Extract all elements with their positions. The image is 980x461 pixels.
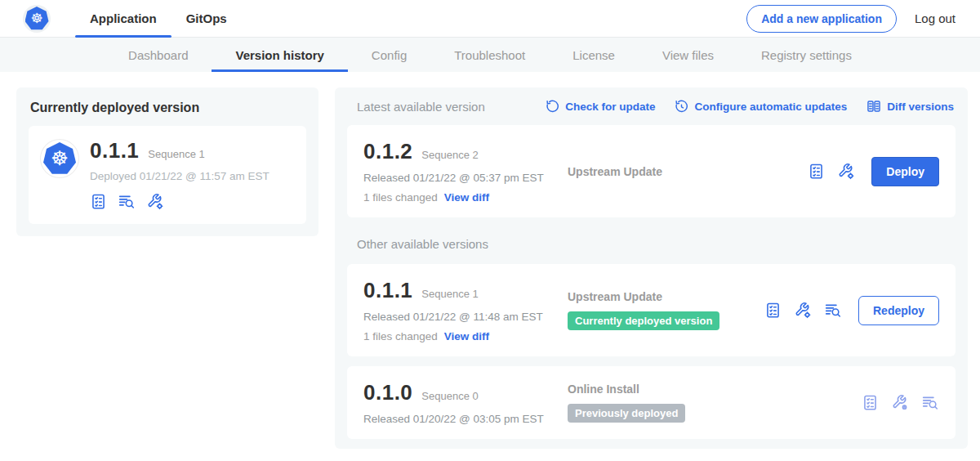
deployed-timestamp: Deployed 01/21/22 @ 11:57 am EST bbox=[90, 170, 270, 182]
other-available-title: Other available versions bbox=[357, 237, 956, 251]
released-timestamp: Released 01/21/22 @ 05:37 pm EST bbox=[363, 172, 568, 184]
subnav-tab-view-files[interactable]: View files bbox=[639, 38, 737, 72]
auto-update-icon bbox=[675, 100, 688, 114]
deploy-logs-icon[interactable] bbox=[921, 394, 939, 411]
kubernetes-logo-icon: ☸ bbox=[41, 140, 78, 177]
edit-config-icon[interactable] bbox=[794, 302, 812, 319]
tab-gitops[interactable]: GitOps bbox=[172, 0, 242, 37]
deployed-sequence-label: Sequence 1 bbox=[148, 148, 204, 160]
version-source-label: Online Install bbox=[568, 383, 862, 396]
version-source-label: Upstream Update bbox=[568, 165, 808, 178]
version-source-label: Upstream Update bbox=[568, 290, 764, 303]
released-timestamp: Released 01/20/22 @ 03:05 pm EST bbox=[363, 413, 568, 425]
files-changed-label: 1 files changed bbox=[363, 330, 438, 342]
refresh-icon bbox=[546, 100, 559, 114]
app-subnav: Dashboard Version history Config Trouble… bbox=[0, 38, 980, 72]
top-bar: ☸ Application GitOps Add a new applicati… bbox=[0, 0, 980, 38]
edit-config-icon[interactable] bbox=[146, 193, 164, 210]
release-notes-icon[interactable] bbox=[90, 193, 107, 210]
sequence-label: Sequence 1 bbox=[421, 288, 478, 300]
subnav-tab-dashboard[interactable]: Dashboard bbox=[105, 38, 212, 72]
configure-automatic-updates-link[interactable]: Configure automatic updates bbox=[675, 100, 847, 114]
main-content: Currently deployed version ☸ 0.1.1 Seque… bbox=[0, 72, 980, 449]
deployed-version-card: ☸ 0.1.1 Sequence 1 Deployed 01/21/22 @ 1… bbox=[29, 126, 306, 224]
version-number: 0.1.2 bbox=[363, 139, 412, 164]
subnav-tab-config[interactable]: Config bbox=[348, 38, 430, 72]
diff-icon bbox=[866, 99, 881, 114]
tab-application[interactable]: Application bbox=[75, 0, 172, 37]
version-card: 0.1.1 Sequence 1 Released 01/21/22 @ 11:… bbox=[347, 264, 956, 356]
files-changed-label: 1 files changed bbox=[363, 191, 438, 204]
deploy-button[interactable]: Deploy bbox=[871, 157, 939, 186]
sequence-label: Sequence 0 bbox=[421, 390, 478, 402]
view-config-icon[interactable] bbox=[891, 394, 909, 411]
deploy-logs-icon[interactable] bbox=[118, 193, 136, 210]
view-diff-link[interactable]: View diff bbox=[444, 191, 489, 204]
logout-button[interactable]: Log out bbox=[915, 11, 956, 25]
add-application-button[interactable]: Add a new application bbox=[746, 5, 897, 33]
subnav-tab-registry-settings[interactable]: Registry settings bbox=[737, 38, 875, 72]
diff-versions-link[interactable]: Diff versions bbox=[866, 99, 954, 114]
configure-automatic-updates-label: Configure automatic updates bbox=[694, 101, 847, 113]
deploy-logs-icon[interactable] bbox=[824, 302, 842, 319]
deployed-version-number: 0.1.1 bbox=[90, 138, 139, 163]
subnav-tab-license[interactable]: License bbox=[549, 38, 639, 72]
currently-deployed-badge: Currently deployed version bbox=[568, 311, 719, 330]
version-history-panel: Latest available version Check for updat… bbox=[335, 87, 968, 449]
diff-versions-label: Diff versions bbox=[887, 101, 954, 113]
subnav-tab-troubleshoot[interactable]: Troubleshoot bbox=[430, 38, 549, 72]
version-number: 0.1.1 bbox=[363, 278, 412, 303]
release-notes-icon[interactable] bbox=[862, 394, 879, 411]
check-for-update-label: Check for update bbox=[565, 101, 655, 113]
release-notes-icon[interactable] bbox=[764, 302, 782, 319]
sequence-label: Sequence 2 bbox=[421, 149, 478, 161]
view-diff-link[interactable]: View diff bbox=[444, 330, 489, 342]
version-card: 0.1.2 Sequence 2 Released 01/21/22 @ 05:… bbox=[347, 125, 956, 217]
released-timestamp: Released 01/21/22 @ 11:48 am EST bbox=[363, 311, 568, 323]
currently-deployed-title: Currently deployed version bbox=[30, 101, 306, 115]
previously-deployed-badge: Previously deployed bbox=[568, 404, 685, 423]
latest-available-title: Latest available version bbox=[357, 100, 485, 114]
version-number: 0.1.0 bbox=[363, 380, 412, 405]
currently-deployed-panel: Currently deployed version ☸ 0.1.1 Seque… bbox=[16, 87, 318, 236]
top-tabs: Application GitOps bbox=[75, 0, 242, 37]
redeploy-button[interactable]: Redeploy bbox=[858, 296, 939, 325]
subnav-tab-version-history[interactable]: Version history bbox=[212, 38, 347, 72]
kubernetes-logo-icon: ☸ bbox=[23, 5, 51, 33]
release-notes-icon[interactable] bbox=[808, 163, 825, 180]
version-card: 0.1.0 Sequence 0 Released 01/20/22 @ 03:… bbox=[347, 366, 956, 439]
edit-config-icon[interactable] bbox=[837, 163, 855, 180]
check-for-update-link[interactable]: Check for update bbox=[546, 100, 655, 114]
